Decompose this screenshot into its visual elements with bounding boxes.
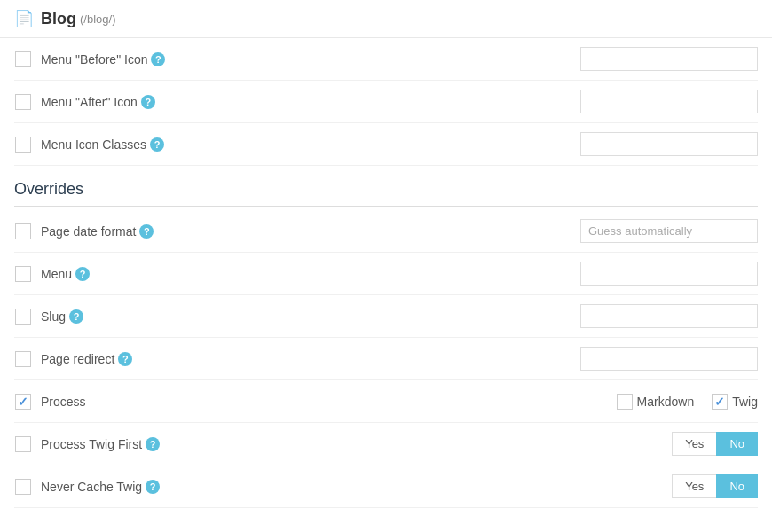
process-left: ✓ Process <box>14 393 571 411</box>
process-checkbox-wrapper[interactable]: ✓ <box>14 393 32 411</box>
page-date-format-right <box>571 219 758 243</box>
page-redirect-checkbox[interactable] <box>15 351 31 367</box>
page-date-format-label: Page date format <box>41 224 136 239</box>
process-checkbox[interactable]: ✓ <box>15 394 31 410</box>
menu-before-icon-checkbox-wrapper[interactable] <box>14 51 32 68</box>
slug-left: Slug ? <box>14 308 571 325</box>
never-cache-twig-row: Never Cache Twig ? Yes No <box>14 466 758 508</box>
page-icon: 📄 <box>14 9 34 28</box>
menu-before-icon-left: Menu "Before" Icon ? <box>14 51 571 68</box>
page-slug: (/blog/) <box>80 12 115 26</box>
menu-icon-classes-help[interactable]: ? <box>150 137 164 152</box>
never-cache-twig-help[interactable]: ? <box>146 480 160 494</box>
page-title-bar: 📄 Blog (/blog/) <box>0 0 772 38</box>
menu-icon-classes-label: Menu Icon Classes <box>41 137 146 152</box>
page-title: Blog <box>41 10 76 28</box>
process-twig-first-label: Process Twig First <box>41 437 142 451</box>
process-twig-checkmark: ✓ <box>714 395 725 408</box>
page-redirect-row: Page redirect ? <box>14 338 758 380</box>
menu-before-icon-help[interactable]: ? <box>151 52 165 66</box>
never-cache-twig-no-button[interactable]: No <box>716 474 758 498</box>
menu-before-icon-row: Menu "Before" Icon ? <box>14 38 758 81</box>
never-cache-twig-checkbox-wrapper[interactable] <box>14 478 32 496</box>
process-right: Markdown ✓ Twig <box>571 394 758 410</box>
process-row: ✓ Process Markdown ✓ Twig <box>14 380 758 423</box>
menu-icon-classes-right <box>571 132 758 156</box>
menu-after-icon-input[interactable] <box>580 90 758 113</box>
menu-right <box>571 262 758 286</box>
never-cache-twig-left: Never Cache Twig ? <box>14 478 571 496</box>
menu-after-icon-row: Menu "After" Icon ? <box>14 81 758 123</box>
main-content: Menu "Before" Icon ? Menu "After" Icon ?… <box>0 38 772 508</box>
menu-before-icon-right <box>571 47 758 71</box>
menu-icon-classes-checkbox[interactable] <box>15 137 31 153</box>
menu-before-icon-checkbox[interactable] <box>15 51 31 67</box>
never-cache-twig-checkbox[interactable] <box>15 479 31 495</box>
page-date-format-checkbox-wrapper[interactable] <box>14 223 32 240</box>
process-twig-checkbox[interactable]: ✓ <box>712 394 728 410</box>
menu-icon-classes-left: Menu Icon Classes ? <box>14 136 571 153</box>
page-date-format-help[interactable]: ? <box>139 224 154 239</box>
page-date-format-checkbox[interactable] <box>15 223 31 239</box>
process-markdown-item: Markdown <box>617 394 695 410</box>
never-cache-twig-label: Never Cache Twig <box>41 480 142 494</box>
process-twig-first-right: Yes No <box>571 432 758 456</box>
page-redirect-input[interactable] <box>580 347 758 371</box>
menu-after-icon-checkbox[interactable] <box>15 94 31 110</box>
page-redirect-checkbox-wrapper[interactable] <box>14 350 32 368</box>
menu-before-icon-input[interactable] <box>580 47 758 71</box>
process-twig-first-left: Process Twig First ? <box>14 435 571 453</box>
page-redirect-help[interactable]: ? <box>118 352 132 366</box>
process-twig-first-checkbox-wrapper[interactable] <box>14 435 32 453</box>
process-twig-label: Twig <box>732 395 758 409</box>
menu-after-icon-label: Menu "After" Icon <box>41 95 138 109</box>
page-redirect-right <box>571 347 758 371</box>
menu-label: Menu <box>41 267 72 281</box>
slug-label: Slug <box>41 309 66 324</box>
slug-checkbox-wrapper[interactable] <box>14 308 32 325</box>
process-markdown-checkbox[interactable] <box>617 394 633 410</box>
process-twig-first-yes-button[interactable]: Yes <box>672 432 716 456</box>
process-twig-first-toggle: Yes No <box>672 432 758 456</box>
menu-row: Menu ? <box>14 253 758 295</box>
slug-row: Slug ? <box>14 295 758 338</box>
slug-right <box>571 304 758 328</box>
menu-after-icon-left: Menu "After" Icon ? <box>14 93 571 111</box>
menu-help[interactable]: ? <box>75 267 90 281</box>
slug-checkbox[interactable] <box>15 309 31 325</box>
never-cache-twig-right: Yes No <box>571 474 758 498</box>
slug-help[interactable]: ? <box>69 309 83 324</box>
process-twig-first-help[interactable]: ? <box>146 437 160 451</box>
process-markdown-label: Markdown <box>637 395 695 409</box>
menu-icon-classes-row: Menu Icon Classes ? <box>14 123 758 166</box>
process-checkboxes: Markdown ✓ Twig <box>617 394 758 410</box>
process-checkmark: ✓ <box>18 395 28 408</box>
menu-checkbox[interactable] <box>15 266 31 282</box>
menu-before-icon-label: Menu "Before" Icon <box>41 52 147 66</box>
menu-after-icon-right <box>571 90 758 113</box>
menu-left: Menu ? <box>14 265 571 283</box>
overrides-heading: Overrides <box>14 166 758 207</box>
menu-input[interactable] <box>580 262 758 286</box>
page-date-format-left: Page date format ? <box>14 223 571 240</box>
menu-checkbox-wrapper[interactable] <box>14 265 32 283</box>
process-twig-item: ✓ Twig <box>712 394 758 410</box>
page-date-format-input[interactable] <box>580 219 758 243</box>
menu-icon-classes-checkbox-wrapper[interactable] <box>14 136 32 153</box>
never-cache-twig-yes-button[interactable]: Yes <box>672 474 716 498</box>
menu-icon-classes-input[interactable] <box>580 132 758 156</box>
menu-after-icon-checkbox-wrapper[interactable] <box>14 93 32 111</box>
page-redirect-label: Page redirect <box>41 352 114 366</box>
process-twig-first-checkbox[interactable] <box>15 436 31 452</box>
slug-input[interactable] <box>580 304 758 328</box>
process-twig-first-row: Process Twig First ? Yes No <box>14 423 758 466</box>
menu-after-icon-help[interactable]: ? <box>141 95 155 109</box>
process-label: Process <box>41 395 86 409</box>
never-cache-twig-toggle: Yes No <box>672 474 758 498</box>
page-date-format-row: Page date format ? <box>14 210 758 253</box>
process-twig-first-no-button[interactable]: No <box>716 432 758 456</box>
page-redirect-left: Page redirect ? <box>14 350 571 368</box>
